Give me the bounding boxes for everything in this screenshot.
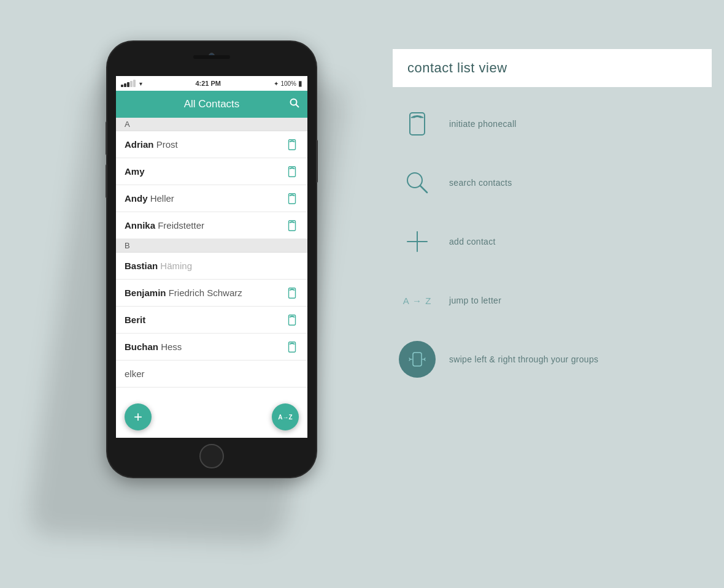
phone-home-button[interactable] [199, 444, 224, 468]
contact-row-buchan[interactable]: Buchan Hess [116, 334, 307, 361]
contact-row-b-elker[interactable]: elker [116, 361, 307, 388]
phone-side-btn-2 [106, 164, 107, 198]
jump-icon-wrap: A → Z [399, 282, 436, 319]
contact-name-adrian: Adrian Prost [125, 139, 178, 150]
contact-name-andy: Andy Heller [125, 193, 174, 204]
az-jump-label: A → Z [403, 296, 432, 306]
contact-name-amy: Amy [125, 166, 145, 177]
feature-add: add contact [393, 223, 712, 260]
jump-letter-label: jump to letter [449, 296, 501, 305]
panel-title: contact list view [407, 60, 507, 75]
add-feature-icon [402, 227, 432, 256]
contact-row-bastian[interactable]: Bastian Häming [116, 253, 307, 280]
signal-icon [121, 80, 136, 87]
app-header-title: All Contacts [184, 98, 240, 110]
phonecall-label: initiate phonecall [449, 119, 517, 129]
contact-name-benjamin: Benjamin Friedrich Schwarz [125, 288, 242, 298]
contact-name-berit: Berit [125, 315, 145, 325]
search-contacts-label: search contacts [449, 178, 512, 188]
svg-rect-15 [413, 353, 422, 366]
swipe-icon [408, 350, 426, 368]
section-header-a: A [116, 118, 307, 131]
add-contact-label: add contact [449, 237, 496, 246]
fab-az-button[interactable]: A→Z [272, 403, 299, 430]
phone-call-icon-benjamin[interactable] [285, 286, 299, 300]
search-feature-icon [402, 168, 432, 197]
contact-name-buchan: Buchan Hess [125, 342, 182, 352]
battery-label: 100% [280, 80, 296, 87]
feature-jump: A → Z jump to letter [393, 282, 712, 319]
wifi-icon: ▾ [139, 80, 142, 87]
contact-name-b-elker: elker [125, 368, 145, 379]
contact-row-annika[interactable]: Annika Freidstetter [116, 212, 307, 239]
phonecall-icon-wrap [399, 105, 436, 142]
phone-side-btn-right [316, 140, 318, 183]
feature-search: search contacts [393, 164, 712, 201]
az-icon: A→Z [278, 414, 292, 421]
section-header-b: B [116, 239, 307, 253]
svg-point-0 [291, 99, 297, 105]
swipe-icon-circle [399, 341, 436, 378]
svg-line-1 [296, 104, 299, 107]
contact-row-berit[interactable]: Berit [116, 307, 307, 334]
status-bar: ▾ 4:21 PM ✦ 100% ▮ [116, 76, 307, 91]
contact-row-andy[interactable]: Andy Heller [116, 185, 307, 212]
contact-row-benjamin[interactable]: Benjamin Friedrich Schwarz [116, 280, 307, 307]
fab-add-button[interactable]: + [125, 403, 152, 430]
phonecall-icon [401, 108, 433, 140]
contact-name-bastian: Bastian Häming [125, 261, 192, 271]
plus-icon: + [134, 408, 142, 426]
status-bar-left: ▾ [121, 80, 142, 87]
add-icon-wrap [399, 223, 436, 260]
phone-call-icon-annika[interactable] [285, 219, 299, 232]
svg-line-12 [420, 186, 427, 193]
contact-list: A Adrian Prost Amy [116, 118, 307, 438]
phone-screen: ▾ 4:21 PM ✦ 100% ▮ All Contacts [116, 76, 307, 438]
phone-call-icon-adrian[interactable] [285, 138, 299, 151]
bluetooth-icon: ✦ [274, 80, 279, 87]
feature-phonecall: initiate phonecall [393, 105, 712, 142]
search-icon-wrap [399, 164, 436, 201]
contact-name-annika: Annika Freidstetter [125, 220, 204, 231]
status-bar-right: ✦ 100% ▮ [274, 79, 302, 88]
battery-icon: ▮ [298, 79, 302, 88]
phone-device: ▾ 4:21 PM ✦ 100% ▮ All Contacts [107, 42, 316, 477]
swipe-groups-label: swipe left & right through your groups [449, 354, 598, 364]
status-bar-time: 4:21 PM [195, 80, 221, 87]
phone-call-icon-andy[interactable] [285, 192, 299, 205]
contact-row-amy[interactable]: Amy [116, 158, 307, 185]
right-panel: contact list view initiate phonecall sea… [393, 49, 712, 400]
phone-call-icon-amy[interactable] [285, 165, 299, 178]
search-icon[interactable] [289, 97, 300, 112]
swipe-icon-wrap [399, 341, 436, 378]
panel-title-bar: contact list view [393, 49, 712, 87]
phone-side-btn-1 [106, 121, 107, 155]
phone-speaker [193, 55, 230, 59]
app-header: All Contacts [116, 91, 307, 118]
contact-row-adrian[interactable]: Adrian Prost [116, 131, 307, 158]
feature-swipe: swipe left & right through your groups [393, 341, 712, 378]
phone-call-icon-berit[interactable] [285, 313, 299, 327]
phone-call-icon-buchan[interactable] [285, 340, 299, 354]
